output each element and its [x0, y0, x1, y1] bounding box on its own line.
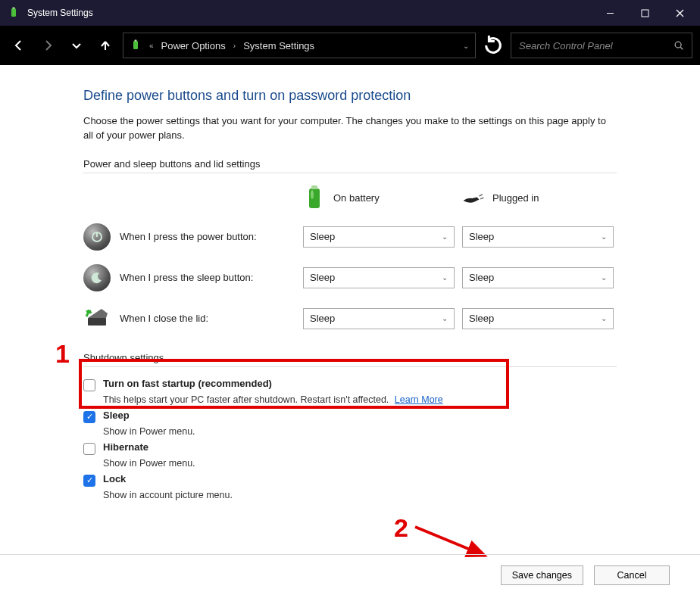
svg-rect-0 [11, 8, 16, 17]
breadcrumb[interactable]: « Power Options › System Settings ⌄ [123, 33, 476, 58]
save-button[interactable]: Save changes [501, 565, 583, 585]
lock-checkbox[interactable] [83, 475, 95, 487]
svg-rect-11 [311, 185, 317, 189]
page-heading: Define power buttons and turn on passwor… [83, 88, 617, 104]
col-battery-label: On battery [333, 192, 380, 204]
history-dropdown[interactable] [65, 34, 88, 57]
breadcrumb-level-2[interactable]: System Settings [243, 40, 314, 51]
up-button[interactable] [94, 34, 117, 57]
battery-icon [130, 39, 142, 51]
maximize-button[interactable] [627, 0, 662, 26]
lid-plugged-select[interactable]: Sleep⌄ [462, 308, 614, 329]
sleep-button-icon [83, 264, 111, 291]
lock-option-label: Lock [103, 473, 126, 484]
chevron-down-icon: ⌄ [442, 314, 448, 322]
fast-startup-label: Turn on fast startup (recommended) [103, 378, 272, 389]
power-battery-select[interactable]: Sleep⌄ [303, 226, 455, 248]
search-placeholder: Search Control Panel [519, 40, 667, 51]
sleep-checkbox[interactable] [83, 411, 95, 423]
sleep-option-label: Sleep [103, 410, 130, 421]
search-icon [673, 40, 684, 51]
col-plugged-label: Plugged in [492, 192, 539, 204]
svg-rect-17 [88, 318, 106, 326]
minimize-button[interactable] [592, 0, 627, 26]
learn-more-link[interactable]: Learn More [395, 394, 443, 405]
svg-rect-6 [133, 41, 138, 49]
annotation-number-1: 1 [55, 339, 70, 369]
svg-rect-7 [135, 40, 137, 42]
lid-icon [83, 305, 111, 332]
page-description: Choose the power settings that you want … [83, 114, 617, 143]
app-icon [8, 7, 20, 19]
svg-line-18 [415, 527, 485, 556]
hibernate-option-sub: Show in Power menu. [103, 458, 617, 469]
svg-rect-10 [309, 188, 320, 208]
chevron-down-icon: ⌄ [601, 232, 607, 241]
section-buttons-heading: Power and sleep buttons and lid settings [83, 158, 617, 173]
breadcrumb-level-1[interactable]: Power Options [161, 40, 226, 51]
svg-point-12 [311, 190, 314, 199]
power-button-icon [83, 223, 111, 251]
power-plugged-select[interactable]: Sleep⌄ [462, 226, 614, 248]
plug-icon [462, 184, 485, 213]
sleep-option-sub: Show in Power menu. [103, 426, 617, 437]
chevron-down-icon: ⌄ [601, 273, 607, 282]
hibernate-checkbox[interactable] [83, 443, 95, 455]
title-bar: System Settings [0, 0, 700, 26]
annotation-number-2: 2 [394, 513, 408, 543]
svg-line-9 [680, 47, 683, 49]
footer-bar: Save changes Cancel [0, 554, 700, 595]
chevron-down-icon: ⌄ [442, 232, 448, 241]
row-power-label: When I press the power button: [120, 231, 257, 242]
hibernate-option-label: Hibernate [103, 441, 148, 453]
back-button[interactable] [8, 34, 30, 57]
cancel-button[interactable]: Cancel [594, 565, 670, 585]
fast-startup-checkbox[interactable] [83, 379, 95, 391]
lid-battery-select[interactable]: Sleep⌄ [303, 308, 455, 329]
row-sleep-label: When I press the sleep button: [120, 272, 253, 283]
lock-option-sub: Show in account picture menu. [103, 490, 617, 500]
svg-rect-1 [13, 8, 15, 9]
chevron-down-icon: ⌄ [442, 273, 448, 282]
sleep-plugged-select[interactable]: Sleep⌄ [462, 267, 614, 288]
forward-button[interactable] [36, 34, 59, 57]
svg-line-14 [480, 198, 484, 199]
chevron-down-icon: ⌄ [601, 314, 607, 322]
fast-startup-sub: This helps start your PC faster after sh… [103, 394, 389, 405]
row-lid-label: When I close the lid: [120, 313, 208, 324]
svg-point-8 [675, 42, 681, 48]
chevron-left-icon: « [149, 42, 154, 50]
battery-icon [303, 184, 326, 213]
refresh-button[interactable] [482, 34, 505, 57]
chevron-right-icon: › [233, 42, 236, 50]
navigation-bar: « Power Options › System Settings ⌄ Sear… [0, 26, 700, 65]
close-button[interactable] [662, 0, 697, 26]
svg-rect-3 [642, 10, 648, 17]
search-input[interactable]: Search Control Panel [511, 33, 692, 58]
window-title: System Settings [27, 8, 592, 18]
content-area: Define power buttons and turn on passwor… [0, 65, 700, 500]
sleep-battery-select[interactable]: Sleep⌄ [303, 267, 455, 288]
svg-line-13 [480, 194, 483, 195]
chevron-down-icon[interactable]: ⌄ [463, 42, 469, 50]
section-shutdown-heading: Shutdown settings [83, 352, 617, 367]
